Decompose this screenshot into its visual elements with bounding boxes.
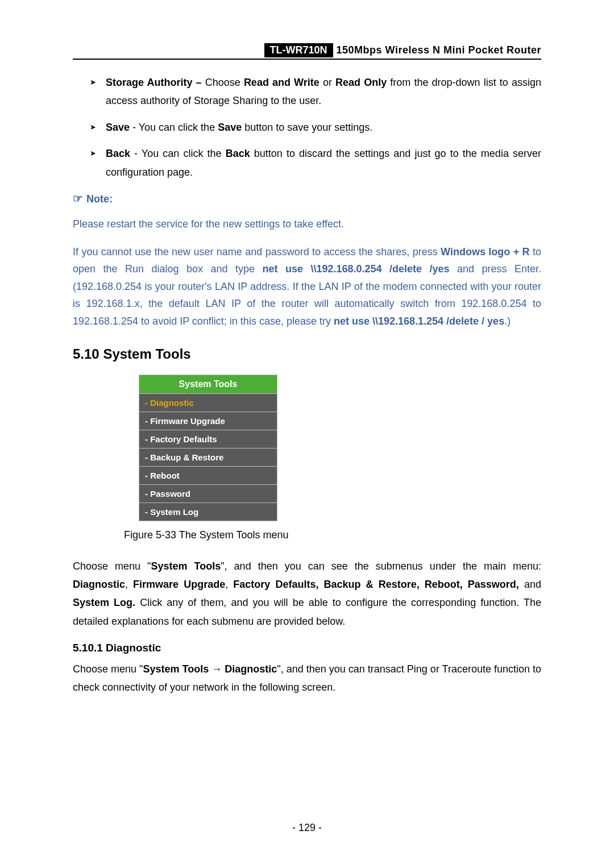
header-bar: TL-WR710N 150Mbps Wireless N Mini Pocket… bbox=[73, 43, 541, 60]
note-heading: ☞Note: bbox=[73, 192, 541, 205]
back-btn-ref: Back bbox=[226, 148, 250, 159]
other-submenus-ref: Factory Defaults, Backup & Restore, Rebo… bbox=[233, 579, 519, 590]
bullet-storage-authority: Storage Authority – Choose Read and Writ… bbox=[106, 73, 541, 110]
menu-header: System Tools bbox=[139, 375, 277, 393]
save-btn-ref: Save bbox=[218, 122, 242, 133]
note-paragraph-1: Please restart the service for the new s… bbox=[73, 215, 541, 233]
note-title: Note: bbox=[86, 193, 113, 205]
diagnostic-ref-2: Diagnostic bbox=[225, 663, 277, 675]
text: , bbox=[125, 579, 133, 590]
text: Choose menu " bbox=[73, 663, 143, 675]
text: Choose menu " bbox=[73, 560, 151, 572]
figure-caption: Figure 5-33 The System Tools menu bbox=[73, 529, 541, 541]
system-tools-ref: System Tools bbox=[151, 560, 221, 572]
diagnostic-ref: Diagnostic bbox=[73, 579, 125, 590]
menu-item-reboot: - Reboot bbox=[139, 466, 277, 484]
paragraph-diagnostic: Choose menu "System Tools → Diagnostic",… bbox=[73, 660, 541, 697]
menu-item-password: - Password bbox=[139, 484, 277, 502]
bullet-save: Save - You can click the Save button to … bbox=[106, 118, 541, 136]
system-tools-menu: System Tools - Diagnostic - Firmware Upg… bbox=[139, 375, 277, 521]
menu-figure: System Tools - Diagnostic - Firmware Upg… bbox=[73, 375, 541, 521]
text: Click any of them, and you will be able … bbox=[73, 597, 541, 626]
text: button to save your settings. bbox=[242, 122, 372, 133]
subsection-title: 5.10.1 Diagnostic bbox=[73, 642, 541, 654]
pointing-hand-icon: ☞ bbox=[73, 192, 83, 205]
text: and bbox=[519, 579, 541, 590]
storage-authority-label: Storage Authority – bbox=[106, 77, 202, 88]
arrow-icon: → bbox=[209, 663, 225, 675]
model-badge: TL-WR710N bbox=[264, 43, 333, 57]
model-description: 150Mbps Wireless N Mini Pocket Router bbox=[337, 43, 541, 57]
text: If you cannot use the new user name and … bbox=[73, 246, 441, 258]
menu-item-backup-restore: - Backup & Restore bbox=[139, 448, 277, 466]
net-use-cmd-1: net use \\192.168.0.254 /delete /yes bbox=[262, 263, 449, 275]
text: , bbox=[225, 579, 233, 590]
feature-list: Storage Authority – Choose Read and Writ… bbox=[73, 73, 541, 181]
menu-item-factory-defaults: - Factory Defaults bbox=[139, 430, 277, 448]
text: Choose bbox=[202, 77, 244, 88]
net-use-cmd-2: net use \\192.168.1.254 /delete / yes bbox=[334, 315, 504, 327]
read-only: Read Only bbox=[335, 77, 387, 88]
save-label: Save bbox=[106, 122, 130, 133]
menu-item-diagnostic: - Diagnostic bbox=[139, 393, 277, 412]
text: ", and then you can see the submenus und… bbox=[221, 560, 541, 572]
text: or bbox=[320, 77, 335, 88]
system-log-ref: System Log. bbox=[73, 597, 135, 608]
paragraph-choose-menu: Choose menu "System Tools", and then you… bbox=[73, 557, 541, 631]
menu-item-system-log: - System Log bbox=[139, 502, 277, 521]
bullet-back: Back - You can click the Back button to … bbox=[106, 144, 541, 181]
text: .) bbox=[504, 315, 511, 327]
page-number: - 129 - bbox=[0, 822, 614, 834]
text: - You can click the bbox=[130, 122, 218, 133]
text: - You can click the bbox=[130, 148, 226, 159]
firmware-upgrade-ref: Firmware Upgrade bbox=[133, 579, 225, 590]
note-paragraph-2: If you cannot use the new user name and … bbox=[73, 243, 541, 330]
read-and-write: Read and Write bbox=[244, 77, 320, 88]
back-label: Back bbox=[106, 148, 130, 159]
system-tools-ref-2: System Tools bbox=[143, 663, 209, 675]
windows-logo-r: Windows logo + R bbox=[441, 246, 529, 258]
menu-item-firmware-upgrade: - Firmware Upgrade bbox=[139, 412, 277, 430]
section-title: 5.10 System Tools bbox=[73, 346, 541, 362]
